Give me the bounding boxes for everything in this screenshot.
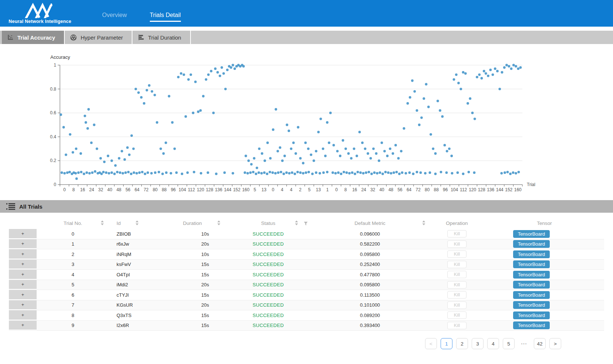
kill-button[interactable]: Kill [447,240,467,248]
scatter-point[interactable] [381,142,383,144]
scatter-point[interactable] [496,70,499,73]
scatter-point[interactable] [427,106,430,108]
scatter-point[interactable] [281,159,284,162]
kill-button[interactable]: Kill [447,281,467,289]
scatter-point[interactable] [439,109,441,112]
scatter-point[interactable] [357,171,359,173]
scatter-point[interactable] [359,171,362,174]
scatter-point[interactable] [329,112,332,114]
scatter-point[interactable] [65,154,67,156]
scatter-point[interactable] [77,171,80,174]
scatter-point[interactable] [381,173,384,175]
scatter-point[interactable] [146,89,148,91]
scatter-point[interactable] [114,164,117,167]
kill-button[interactable]: Kill [447,230,467,237]
scatter-point[interactable] [220,66,223,69]
scatter-point[interactable] [185,115,187,118]
scatter-point[interactable] [437,100,439,102]
scatter-point[interactable] [247,159,250,162]
scatter-point[interactable] [509,173,512,175]
scatter-point[interactable] [223,171,226,174]
scatter-point[interactable] [158,171,160,173]
scatter-point[interactable] [118,157,121,160]
scatter-point[interactable] [250,163,253,166]
scatter-point[interactable] [80,152,82,155]
scatter-point[interactable] [96,148,98,150]
scatter-point[interactable] [376,172,378,175]
scatter-point[interactable] [108,172,110,175]
scatter-point[interactable] [348,172,351,175]
scatter-point[interactable] [171,121,174,124]
scatter-point[interactable] [473,171,476,174]
scatter-point[interactable] [141,171,144,173]
scatter-point[interactable] [256,166,258,169]
scatter-point[interactable] [450,155,453,157]
scatter-point[interactable] [448,148,451,150]
scatter-point[interactable] [459,88,462,90]
scatter-point[interactable] [216,71,219,74]
scatter-point[interactable] [90,142,93,144]
scatter-point[interactable] [392,152,394,155]
scatter-point[interactable] [105,171,108,174]
scatter-point[interactable] [137,91,140,94]
scatter-point[interactable] [72,151,74,154]
scatter-point[interactable] [501,71,503,74]
scatter-point[interactable] [111,159,113,162]
scatter-point[interactable] [200,172,202,175]
scatter-point[interactable] [412,173,415,175]
scatter-point[interactable] [151,90,153,93]
scatter-point[interactable] [84,115,86,117]
scatter-point[interactable] [257,171,260,174]
scatter-point[interactable] [365,171,367,174]
scatter-point[interactable] [416,109,418,112]
scatter-point[interactable] [260,172,263,175]
scatter-point[interactable] [85,171,88,174]
scatter-point[interactable] [288,172,291,175]
scatter-point[interactable] [331,171,334,174]
scatter-point[interactable] [485,72,487,75]
scatter-point[interactable] [261,152,263,155]
scatter-point[interactable] [405,172,407,175]
scatter-point[interactable] [215,173,218,175]
scatter-point[interactable] [186,171,189,174]
scatter-point[interactable] [510,67,513,70]
sort-icon[interactable] [135,220,139,225]
scatter-point[interactable] [144,173,146,175]
scatter-point[interactable] [432,148,434,150]
scatter-point[interactable] [462,71,465,74]
scatter-point[interactable] [430,133,432,136]
scatter-point[interactable] [148,84,151,87]
scatter-point[interactable] [307,148,310,150]
scatter-point[interactable] [187,78,190,81]
scatter-point[interactable] [444,144,446,146]
scatter-point[interactable] [353,148,356,150]
scatter-point[interactable] [132,148,135,150]
scatter-point[interactable] [440,171,442,173]
scatter-point[interactable] [518,171,520,173]
scatter-point[interactable] [127,171,130,173]
scatter-point[interactable] [124,158,126,161]
scatter-point[interactable] [299,157,302,160]
pagination-page-2[interactable]: 2 [456,338,468,349]
scatter-point[interactable] [351,171,354,174]
scatter-point[interactable] [113,173,116,175]
scatter-point[interactable] [446,150,448,152]
scatter-point[interactable] [233,67,236,70]
scatter-point[interactable] [143,102,145,105]
scatter-point[interactable] [358,131,361,134]
scatter-point[interactable] [462,173,465,175]
scatter-point[interactable] [156,121,158,124]
scatter-point[interactable] [434,173,437,175]
scatter-point[interactable] [103,161,106,163]
scatter-point[interactable] [154,94,156,96]
scatter-point[interactable] [515,172,517,175]
scatter-point[interactable] [177,76,180,78]
nav-overview[interactable]: Overview [102,12,127,22]
scatter-point[interactable] [199,109,202,112]
scatter-point[interactable] [75,178,78,180]
scatter-point[interactable] [498,88,501,90]
scatter-point[interactable] [400,150,403,152]
scatter-point[interactable] [94,170,97,173]
scatter-point[interactable] [85,121,87,124]
scatter-point[interactable] [207,171,209,174]
